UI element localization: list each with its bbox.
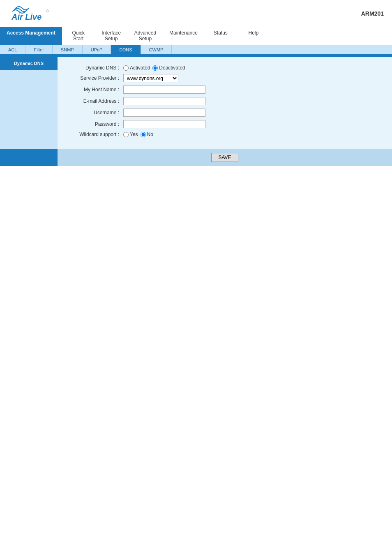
- nav-item-status[interactable]: Status: [204, 27, 237, 45]
- password-value: [123, 120, 205, 128]
- logo: Air Live ®: [8, 4, 53, 23]
- nav-item-quick-start[interactable]: QuickStart: [62, 27, 95, 45]
- service-provider-value: www.dyndns.org www.no-ip.com www.changei…: [123, 74, 178, 82]
- form-row-password: Password :: [66, 120, 384, 128]
- content-area: Dynamic DNS Dynamic DNS : Activated Deac…: [0, 57, 392, 149]
- nav-item-interface-setup[interactable]: InterfaceSetup: [95, 27, 128, 45]
- email-input[interactable]: [123, 97, 205, 105]
- password-input[interactable]: [123, 120, 205, 128]
- form-row-dns: Dynamic DNS : Activated Deactivated: [66, 65, 384, 71]
- form-row-email: E-mail Address :: [66, 97, 384, 105]
- dns-activated-label[interactable]: Activated: [123, 65, 150, 71]
- svg-text:Air Live: Air Live: [11, 12, 42, 21]
- wildcard-value: Yes No: [123, 132, 153, 137]
- main-nav: Access Management QuickStart InterfaceSe…: [0, 27, 392, 45]
- nav-item-advanced-setup[interactable]: AdvancedSetup: [128, 27, 163, 45]
- service-provider-select[interactable]: www.dyndns.org www.no-ip.com www.changei…: [123, 74, 178, 82]
- dns-deactivated-label[interactable]: Deactivated: [152, 65, 185, 71]
- wildcard-no-label[interactable]: No: [141, 132, 153, 137]
- logo-svg: Air Live ®: [8, 4, 53, 23]
- subnav-snmp[interactable]: SNMP: [53, 45, 83, 54]
- svg-text:®: ®: [46, 9, 49, 13]
- wildcard-yes-label[interactable]: Yes: [123, 132, 138, 137]
- sub-nav: ACL Filter SNMP UPnP DDNS CWMP: [0, 45, 392, 54]
- form-row-service-provider: Service Provider : www.dyndns.org www.no…: [66, 74, 384, 82]
- username-value: [123, 109, 205, 117]
- save-bar: SAVE: [0, 149, 392, 166]
- host-name-label: My Host Name :: [66, 87, 123, 92]
- email-label: E-mail Address :: [66, 98, 123, 104]
- sidebar-item-dynamic-dns[interactable]: Dynamic DNS: [0, 57, 58, 70]
- form-row-username: Username :: [66, 109, 384, 117]
- dns-label: Dynamic DNS :: [66, 65, 123, 71]
- wildcard-label: Wildcard support :: [66, 132, 123, 137]
- wildcard-yes-radio[interactable]: [123, 132, 129, 137]
- email-value: [123, 97, 205, 105]
- wildcard-no-radio[interactable]: [141, 132, 146, 137]
- nav-item-maintenance[interactable]: Maintenance: [163, 27, 204, 45]
- device-name: ARM201: [361, 10, 384, 17]
- username-input[interactable]: [123, 109, 205, 117]
- password-label: Password :: [66, 121, 123, 127]
- dynamic-dns-form: Dynamic DNS : Activated Deactivated Serv…: [66, 65, 384, 137]
- nav-item-access-management[interactable]: Access Management: [0, 27, 62, 45]
- subnav-acl[interactable]: ACL: [0, 45, 25, 54]
- subnav-cwmp[interactable]: CWMP: [141, 45, 172, 54]
- subnav-ddns[interactable]: DDNS: [111, 45, 141, 54]
- dns-value: Activated Deactivated: [123, 65, 185, 71]
- save-bar-content: SAVE: [58, 149, 392, 166]
- form-row-wildcard: Wildcard support : Yes No: [66, 132, 384, 137]
- form-row-host-name: My Host Name :: [66, 86, 384, 94]
- dns-activated-radio[interactable]: [123, 65, 129, 71]
- subnav-upnp[interactable]: UPnP: [83, 45, 111, 54]
- sidebar: Dynamic DNS: [0, 57, 58, 149]
- username-label: Username :: [66, 110, 123, 116]
- save-button[interactable]: SAVE: [211, 153, 238, 162]
- dns-deactivated-radio[interactable]: [152, 65, 158, 71]
- save-bar-sidebar: [0, 149, 58, 166]
- header: Air Live ® ARM201: [0, 0, 392, 27]
- subnav-filter[interactable]: Filter: [25, 45, 52, 54]
- host-name-input[interactable]: [123, 86, 205, 94]
- service-provider-label: Service Provider :: [66, 75, 123, 81]
- nav-item-help[interactable]: Help: [237, 27, 270, 45]
- host-name-value: [123, 86, 205, 94]
- main-content: Dynamic DNS : Activated Deactivated Serv…: [58, 57, 392, 149]
